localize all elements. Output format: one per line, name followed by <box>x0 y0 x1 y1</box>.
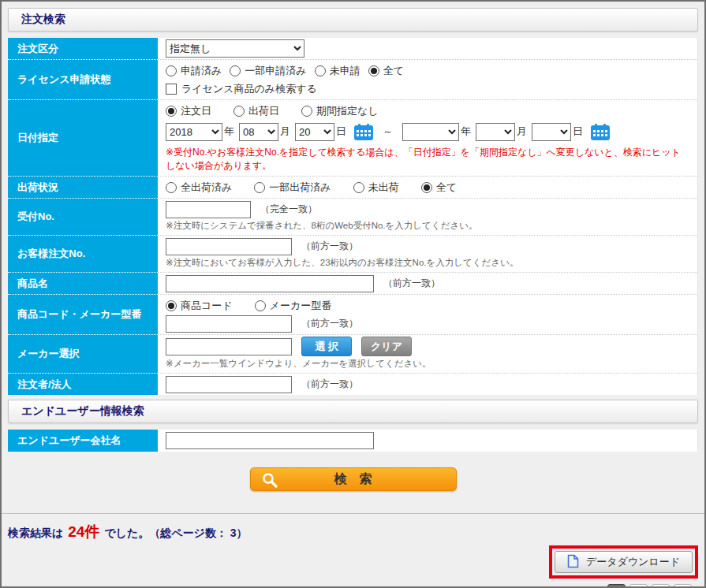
shipping-option-all[interactable]: 全て <box>421 180 457 195</box>
row-date-spec: 日付指定 注文日 出荷日 期間指定なし 2018 年 08 月 20 日 <box>8 100 697 177</box>
document-icon <box>567 554 579 571</box>
product-code-content: 商品コード メーカー型番 （前方一致） <box>158 295 697 335</box>
month-unit: 月 <box>517 125 527 139</box>
maker-select-input[interactable] <box>166 338 292 355</box>
radio-checked-icon[interactable] <box>368 65 379 76</box>
search-area: 検 索 <box>2 467 704 491</box>
shipping-option-partially-shipped-label[interactable]: 一部出荷済み <box>269 180 331 195</box>
end-user-company-input[interactable] <box>166 432 374 449</box>
calendar-icon <box>354 124 373 140</box>
results-count: 24件 <box>68 523 99 540</box>
end-user-form: エンドユーザー会社名 <box>8 430 698 452</box>
radio-icon[interactable] <box>254 182 265 193</box>
date-mode-ship-date[interactable]: 出荷日 <box>233 104 279 118</box>
date-mode-order-date[interactable]: 注文日 <box>166 104 211 118</box>
shipping-option-partially-shipped[interactable]: 一部出荷済み <box>254 180 331 195</box>
license-option-applied[interactable]: 申請済み <box>166 64 222 78</box>
customer-order-no-content: （前方一致） ※注文時においてお客様が入力した、23桁以内のお客様注文No.を入… <box>158 236 697 273</box>
radio-icon[interactable] <box>233 106 245 117</box>
from-day-select[interactable]: 20 <box>295 123 334 141</box>
product-name-content: （前方一致） <box>158 273 697 295</box>
radio-icon[interactable] <box>230 65 241 76</box>
reception-no-label: 受付No. <box>8 199 158 236</box>
license-option-not-applied-label[interactable]: 未申請 <box>330 64 360 78</box>
customer-order-no-note: ※注文時においてお客様が入力した、23桁以内のお客様注文No.を入力してください… <box>166 257 689 269</box>
license-only-checkbox-option[interactable]: ライセンス商品のみ検索する <box>166 82 317 96</box>
date-mode-no-period-label[interactable]: 期間指定なし <box>316 104 379 118</box>
row-product-name: 商品名 （前方一致） <box>8 273 697 295</box>
reception-no-input[interactable] <box>166 201 251 218</box>
shipping-status-label: 出荷状況 <box>8 177 158 199</box>
search-icon <box>262 472 278 491</box>
data-download-button[interactable]: データダウンロード <box>555 551 693 573</box>
reception-no-note: ※注文時にシステムで採番された、8桁のWeb受付No.を入力してください。 <box>166 220 689 232</box>
date-mode-no-period[interactable]: 期間指定なし <box>301 104 379 118</box>
radio-icon[interactable] <box>166 182 177 193</box>
pagination-page-2[interactable]: 2 <box>629 584 648 588</box>
license-option-all-label[interactable]: 全て <box>383 64 404 78</box>
product-code-option[interactable]: 商品コード <box>166 299 233 313</box>
to-month-select[interactable] <box>476 123 515 141</box>
radio-icon[interactable] <box>255 300 266 311</box>
to-year-select[interactable] <box>402 123 459 141</box>
license-option-partially-applied[interactable]: 一部申請済み <box>230 64 306 78</box>
product-code-option-label[interactable]: 商品コード <box>181 299 233 313</box>
pagination-next-icon[interactable]: › <box>674 584 692 588</box>
pagination: 1 2 3 › <box>8 584 698 588</box>
radio-checked-icon[interactable] <box>421 182 432 193</box>
data-download-label: データダウンロード <box>586 555 680 569</box>
license-option-all[interactable]: 全て <box>368 64 404 78</box>
to-calendar-icon[interactable] <box>591 124 610 140</box>
radio-icon[interactable] <box>301 106 312 117</box>
order-search-page: 注文検索 注文区分 指定無し ライセンス申請状態 申請済み 一部申請済み 未申請 <box>0 0 706 588</box>
range-separator: ～ <box>383 125 393 139</box>
shipping-option-all-shipped-label[interactable]: 全出荷済み <box>181 180 232 195</box>
pagination-page-1[interactable]: 1 <box>607 584 626 588</box>
shipping-option-not-shipped[interactable]: 未出荷 <box>353 180 399 195</box>
search-button[interactable]: 検 索 <box>250 467 457 491</box>
to-day-select[interactable] <box>532 123 571 141</box>
shipping-status-content: 全出荷済み 一部出荷済み 未出荷 全て <box>158 177 697 199</box>
day-unit: 日 <box>336 125 346 139</box>
radio-checked-icon[interactable] <box>166 106 177 117</box>
from-month-select[interactable]: 08 <box>239 123 278 141</box>
from-year-select[interactable]: 2018 <box>166 123 222 141</box>
license-status-label: ライセンス申請状態 <box>8 60 158 100</box>
license-option-not-applied[interactable]: 未申請 <box>315 64 360 78</box>
radio-icon[interactable] <box>315 65 326 76</box>
product-code-match-type: （前方一致） <box>301 317 358 330</box>
maker-model-option[interactable]: メーカー型番 <box>255 299 332 313</box>
row-order-type: 注文区分 指定無し <box>8 38 697 60</box>
date-spec-content: 注文日 出荷日 期間指定なし 2018 年 08 月 20 日 <box>158 100 697 177</box>
from-calendar-icon[interactable] <box>354 124 373 140</box>
maker-clear-button[interactable]: クリア <box>361 337 412 356</box>
order-type-content: 指定無し <box>158 38 697 60</box>
order-type-select[interactable]: 指定無し <box>166 39 304 58</box>
maker-select-button[interactable]: 選 択 <box>301 337 352 356</box>
product-code-input[interactable] <box>166 315 292 333</box>
red-highlight-annotation: データダウンロード <box>549 545 698 579</box>
row-customer-order-no: お客様注文No. （前方一致） ※注文時においてお客様が入力した、23桁以内のお… <box>8 236 697 273</box>
end-user-search-header: エンドユーザー情報検索 <box>8 400 698 423</box>
orderer-input[interactable] <box>166 376 292 393</box>
row-license-status: ライセンス申請状態 申請済み 一部申請済み 未申請 全て ライセンス商品のみ検索… <box>8 60 697 100</box>
shipping-option-not-shipped-label[interactable]: 未出荷 <box>368 180 399 195</box>
product-name-input[interactable] <box>166 275 374 292</box>
orderer-content: （前方一致） <box>158 374 697 395</box>
customer-order-no-match-type: （前方一致） <box>301 240 358 253</box>
shipping-option-all-label[interactable]: 全て <box>436 180 457 195</box>
customer-order-no-input[interactable] <box>166 238 292 255</box>
date-mode-ship-date-label[interactable]: 出荷日 <box>248 104 279 118</box>
checkbox-icon[interactable] <box>166 84 177 95</box>
product-name-match-type: （前方一致） <box>383 277 440 290</box>
license-option-partially-applied-label[interactable]: 一部申請済み <box>245 64 306 78</box>
date-mode-order-date-label[interactable]: 注文日 <box>181 104 211 118</box>
shipping-option-all-shipped[interactable]: 全出荷済み <box>166 180 232 195</box>
license-option-applied-label[interactable]: 申請済み <box>181 64 222 78</box>
radio-checked-icon[interactable] <box>166 300 177 311</box>
license-only-checkbox-label[interactable]: ライセンス商品のみ検索する <box>181 82 317 96</box>
radio-icon[interactable] <box>353 182 364 193</box>
pagination-page-3[interactable]: 3 <box>652 584 670 588</box>
radio-icon[interactable] <box>166 65 177 76</box>
maker-model-option-label[interactable]: メーカー型番 <box>270 299 332 313</box>
